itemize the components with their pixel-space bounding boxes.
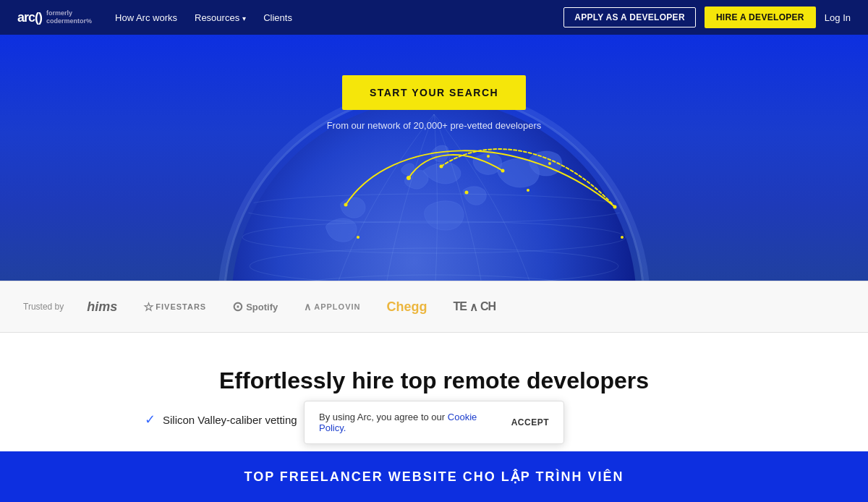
- trusted-by-label: Trusted by: [23, 302, 64, 312]
- check-icon: ✓: [145, 412, 156, 427]
- nav-links: How Arc works Resources Clients: [115, 12, 563, 23]
- trusted-logos: hims ☆ FIVESTARS ⊙ Spotify ∧ APPLOVIN Ch…: [87, 299, 845, 315]
- svg-point-13: [527, 189, 529, 192]
- logo-applovin: ∧ APPLOVIN: [304, 301, 360, 312]
- svg-point-14: [487, 155, 490, 158]
- nav-clients[interactable]: Clients: [263, 12, 292, 23]
- svg-point-10: [465, 191, 469, 195]
- applovin-text: APPLOVIN: [314, 302, 360, 311]
- nav-actions: APPLY AS A DEVELOPER HIRE A DEVELOPER Lo…: [563, 7, 851, 28]
- svg-point-12: [548, 162, 551, 165]
- spotify-text: Spotify: [246, 302, 278, 312]
- logo-arc-text: arc(): [17, 10, 42, 25]
- applovin-icon: ∧: [304, 301, 311, 312]
- navbar: arc() formerlycodermentor% How Arc works…: [0, 0, 868, 35]
- logo-teach: TE∧CH: [453, 300, 495, 314]
- start-search-button[interactable]: START YOUR SEARCH: [342, 75, 526, 110]
- nav-how-arc-works[interactable]: How Arc works: [115, 12, 177, 23]
- hero-subtitle: From our network of 20,000+ pre-vetted d…: [327, 120, 542, 131]
- logo-formerly-text: formerlycodermentor%: [46, 9, 92, 25]
- cookie-message: By using Arc, you agree to our: [319, 412, 445, 422]
- cookie-banner: By using Arc, you agree to our Cookie Po…: [304, 401, 564, 444]
- feature-vetting-text: Silicon Valley-caliber vetting: [163, 414, 297, 426]
- hire-developer-button[interactable]: HIRE A DEVELOPER: [705, 7, 816, 28]
- logo-hims: hims: [87, 299, 117, 315]
- logo-chegg: Chegg: [386, 299, 427, 315]
- logo[interactable]: arc() formerlycodermentor%: [17, 9, 92, 25]
- cookie-accept-button[interactable]: ACCEPT: [511, 417, 549, 427]
- nav-resources-label: Resources: [195, 12, 239, 23]
- bottom-banner: TOP FREELANCER WEBSITE CHO LẬP TRÌNH VIÊ…: [0, 451, 868, 456]
- fivestars-text: FIVESTARS: [156, 302, 206, 311]
- cookie-text: By using Arc, you agree to our Cookie Po…: [319, 412, 500, 433]
- fivestars-star-icon: ☆: [143, 300, 153, 314]
- svg-point-18: [621, 236, 624, 239]
- trusted-by-bar: Trusted by hims ☆ FIVESTARS ⊙ Spotify ∧ …: [0, 281, 868, 333]
- chevron-down-icon: [242, 12, 246, 23]
- hero-section: START YOUR SEARCH From our network of 20…: [0, 35, 868, 281]
- logo-fivestars: ☆ FIVESTARS: [143, 300, 206, 314]
- spotify-icon: ⊙: [232, 299, 243, 315]
- nav-resources[interactable]: Resources: [195, 12, 246, 23]
- logo-spotify: ⊙ Spotify: [232, 299, 278, 315]
- main-heading: Effortlessly hire top remote developers: [145, 367, 723, 394]
- apply-developer-button[interactable]: APPLY AS A DEVELOPER: [563, 7, 696, 27]
- login-button[interactable]: Log In: [825, 12, 851, 23]
- svg-point-17: [357, 236, 359, 239]
